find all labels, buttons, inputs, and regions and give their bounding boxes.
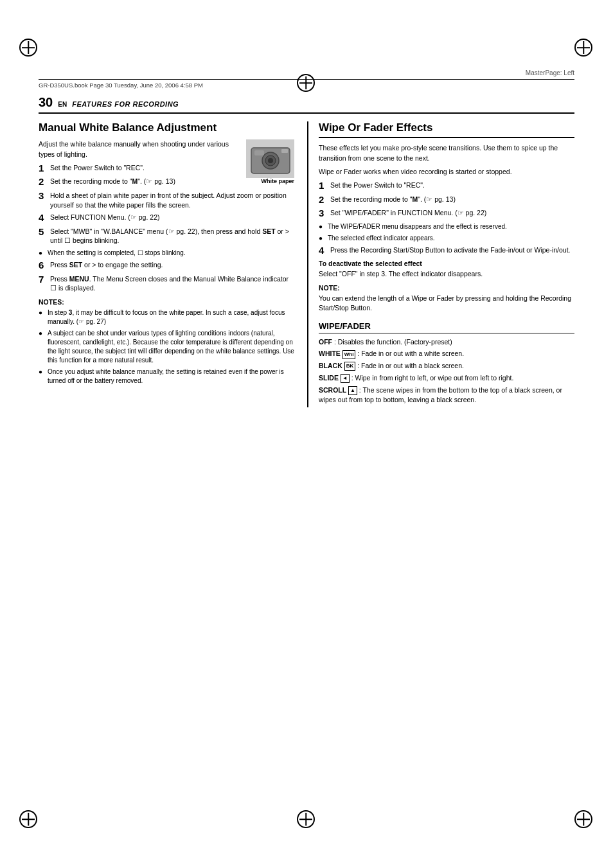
- step-num-5: 5: [39, 227, 48, 245]
- bullet: ●: [39, 249, 45, 258]
- wf-term-off: OFF: [319, 338, 332, 346]
- reg-mark-tl: [19, 39, 39, 58]
- wf-icon-slide: ◄: [341, 374, 350, 383]
- step-text-3: Hold a sheet of plain white paper in fro…: [50, 191, 294, 209]
- step-text-4: Select FUNCTION Menu. (☞ pg. 22): [50, 213, 294, 224]
- step3-note-2: The selected effect indicator appears.: [328, 234, 435, 243]
- reg-mark-bl: [19, 810, 39, 829]
- wf-icon-scroll: ▲: [348, 386, 357, 395]
- svg-point-3: [268, 158, 273, 163]
- step-text-6: Press SET or > to engage the setting.: [50, 260, 294, 271]
- wf-term-scroll: SCROLL: [319, 386, 348, 394]
- wf-item-scroll: SCROLL ▲ : The scene wipes in from the b…: [319, 385, 574, 406]
- wf-item-off: OFF : Disables the function. (Factory-pr…: [319, 337, 574, 348]
- right-intro: These effects let you make pro-style sce…: [319, 143, 574, 163]
- wf-text-off: : Disables the function. (Factory-preset…: [334, 338, 452, 346]
- note-1: ● In step 3, it may be difficult to focu…: [39, 308, 294, 326]
- wf-item-black: BLACK BK : Fade in or out with a black s…: [319, 361, 574, 371]
- image-label: White paper: [246, 178, 294, 184]
- wf-icon-black: BK: [344, 362, 356, 371]
- note-text-3: Once you adjust white balance manually, …: [48, 368, 294, 385]
- note-3: ● Once you adjust white balance manually…: [39, 368, 294, 385]
- step-num-4: 4: [39, 213, 48, 224]
- wf-icon-white: Whi: [342, 350, 356, 359]
- wf-term-white: WHITE: [319, 350, 342, 357]
- right-section-title: Wipe Or Fader Effects: [319, 121, 574, 138]
- left-step-7: 7 Press MENU. The Menu Screen closes and…: [39, 274, 294, 293]
- step-num-3: 3: [39, 191, 48, 209]
- bullet-2: ●: [39, 329, 45, 365]
- bullet-r2: ●: [319, 234, 325, 243]
- left-step-4: 4 Select FUNCTION Menu. (☞ pg. 22): [39, 213, 294, 224]
- note-2: ● A subject can be shot under various ty…: [39, 329, 294, 365]
- wf-text-white: : Fade in or out with a white screen.: [357, 350, 464, 357]
- bullet-r1: ●: [319, 222, 325, 231]
- reg-mark-br: [574, 810, 594, 829]
- step-text-2: Set the recording mode to "M". (☞ pg. 13…: [50, 177, 241, 188]
- camera-svg: [248, 141, 293, 177]
- wipe-fader-heading: WIPE/FADER: [319, 321, 574, 333]
- chapter-en: EN: [58, 101, 67, 108]
- right-step-num-4: 4: [319, 245, 328, 256]
- svg-rect-5: [281, 149, 288, 153]
- step-num-1: 1: [39, 163, 48, 174]
- chapter-title: FEATURES FOR RECORDING: [72, 100, 179, 108]
- right-step-text-4: Press the Recording Start/Stop Button to…: [330, 245, 574, 256]
- wf-text-slide: : Wipe in from right to left, or wipe ou…: [351, 374, 514, 382]
- note-text-1: In step 3, it may be difficult to focus …: [48, 308, 294, 326]
- chapter-number: 30: [39, 95, 53, 110]
- right-step-1: 1 Set the Power Switch to "REC".: [319, 181, 574, 191]
- right-step-num-1: 1: [319, 181, 328, 191]
- chapter-heading: 30 EN FEATURES FOR RECORDING: [39, 95, 574, 114]
- file-info: GR-D350US.book Page 30 Tuesday, June 20,…: [39, 79, 574, 89]
- right-wipe-note: Wipe or Fader works when video recording…: [319, 167, 574, 177]
- two-column-layout: Manual White Balance Adjustment: [39, 121, 574, 407]
- wf-item-white: WHITE Whi : Fade in or out with a white …: [319, 349, 574, 359]
- step-num-6: 6: [39, 260, 48, 271]
- right-step-4: 4 Press the Recording Start/Stop Button …: [319, 245, 574, 256]
- right-step-num-2: 2: [319, 195, 328, 206]
- left-step-6: 6 Press SET or > to engage the setting.: [39, 260, 294, 271]
- master-page-label: MasterPage: Left: [526, 69, 574, 76]
- right-step3-bullet2: ● The selected effect indicator appears.: [319, 234, 574, 243]
- note-box-text: You can extend the length of a Wipe or F…: [319, 294, 574, 313]
- reg-mark-tr: [574, 39, 594, 58]
- notes-heading: NOTES:: [39, 298, 294, 306]
- deactivate-heading: To deactivate the selected effect: [319, 260, 574, 267]
- right-step-text-2: Set the recording mode to "M". (☞ pg. 13…: [330, 195, 574, 206]
- wf-item-slide: SLIDE ◄ : Wipe in from right to left, or…: [319, 373, 574, 384]
- right-step-3: 3 Set "WIPE/FADER" in FUNCTION Menu. (☞ …: [319, 208, 574, 219]
- right-step-text-3: Set "WIPE/FADER" in FUNCTION Menu. (☞ pg…: [330, 208, 574, 219]
- note-box-heading: NOTE:: [319, 284, 574, 292]
- wf-term-slide: SLIDE: [319, 374, 341, 382]
- step5-bullet-note: ● When the setting is completed, ☐ stops…: [39, 249, 294, 258]
- left-step-2: 2 Set the recording mode to "M". (☞ pg. …: [39, 177, 241, 188]
- bullet-1: ●: [39, 308, 45, 326]
- left-column: Manual White Balance Adjustment: [39, 121, 294, 407]
- page: MasterPage: Left GR-D350US.book Page 30 …: [0, 0, 613, 868]
- right-step3-bullet1: ● The WIPE/FADER menu disappears and the…: [319, 222, 574, 231]
- bullet-3: ●: [39, 368, 45, 385]
- svg-rect-4: [254, 150, 264, 155]
- camera-image: [246, 139, 294, 178]
- deactivate-text: Select "OFF" in step 3. The effect indic…: [319, 269, 574, 279]
- wf-text-black: : Fade in or out with a black screen.: [357, 362, 464, 369]
- step-text-5: Select "MWB" in "W.BALANCE" menu (☞ pg. …: [50, 227, 294, 245]
- step-text-7: Press MENU. The Menu Screen closes and t…: [50, 274, 294, 293]
- step-num-2: 2: [39, 177, 48, 188]
- content-area: 30 EN FEATURES FOR RECORDING Manual Whit…: [39, 95, 574, 817]
- right-step-text-1: Set the Power Switch to "REC".: [330, 181, 574, 191]
- camera-image-area: White paper: [246, 139, 294, 184]
- right-step-num-3: 3: [319, 208, 328, 219]
- left-step-1: 1 Set the Power Switch to "REC".: [39, 163, 241, 174]
- note-text-2: A subject can be shot under various type…: [48, 329, 294, 365]
- right-step-2: 2 Set the recording mode to "M". (☞ pg. …: [319, 195, 574, 206]
- left-step-3: 3 Hold a sheet of plain white paper in f…: [39, 191, 294, 209]
- right-column: Wipe Or Fader Effects These effects let …: [307, 121, 574, 407]
- step-num-7: 7: [39, 274, 48, 293]
- step-text-1: Set the Power Switch to "REC".: [50, 163, 241, 174]
- step5-bullet-text: When the setting is completed, ☐ stops b…: [48, 249, 186, 258]
- left-section-title: Manual White Balance Adjustment: [39, 121, 294, 134]
- step3-note-1: The WIPE/FADER menu disappears and the e…: [328, 222, 507, 231]
- wf-term-black: BLACK: [319, 362, 344, 369]
